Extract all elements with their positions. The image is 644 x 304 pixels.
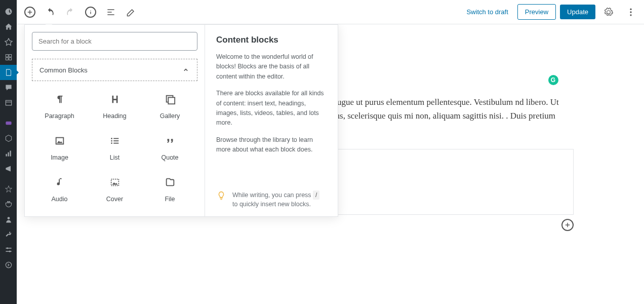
svg-point-13	[630, 11, 631, 13]
svg-point-12	[630, 8, 631, 10]
nav-dashboard[interactable]	[0, 4, 17, 19]
editor-toolbar: Switch to draft Preview Update	[17, 0, 644, 24]
svg-point-6	[7, 217, 10, 219]
switch-to-draft-link[interactable]: Switch to draft	[461, 8, 513, 16]
editor-canvas: G agna metus, dignissim egestas est dapi…	[17, 24, 644, 304]
block-cover[interactable]: Cover	[87, 168, 142, 209]
settings-button[interactable]	[599, 3, 618, 21]
svg-rect-16	[168, 97, 175, 104]
admin-sidebar	[0, 0, 17, 304]
nav-marketing[interactable]	[0, 161, 17, 176]
cover-icon	[109, 176, 120, 188]
more-button[interactable]	[622, 3, 640, 21]
block-paragraph[interactable]: Paragraph	[32, 85, 87, 127]
svg-point-14	[630, 14, 631, 16]
svg-rect-23	[113, 143, 118, 144]
nav-comments[interactable]	[0, 80, 17, 95]
update-button[interactable]: Update	[560, 5, 595, 19]
nav-users[interactable]	[0, 212, 17, 227]
block-quote[interactable]: Quote	[142, 127, 197, 168]
nav-plugins[interactable]	[0, 197, 17, 212]
svg-rect-5	[10, 150, 11, 156]
nav-feedback[interactable]	[0, 95, 17, 110]
inserter-tip: While writing, you can press / to quickl…	[216, 191, 327, 210]
nav-appearance[interactable]	[0, 181, 17, 197]
gallery-icon	[165, 93, 176, 105]
block-audio[interactable]: Audio	[32, 168, 87, 209]
block-image[interactable]: Image	[32, 127, 87, 168]
inserter-info-p1: Welcome to the wonderful world of blocks…	[216, 52, 327, 82]
block-heading[interactable]: Heading	[87, 85, 142, 127]
svg-rect-22	[113, 140, 118, 141]
info-button[interactable]	[85, 7, 96, 18]
undo-button[interactable]	[41, 3, 59, 21]
block-gallery[interactable]: Gallery	[142, 85, 197, 127]
paragraph-icon	[54, 93, 65, 105]
block-file[interactable]: File	[142, 168, 197, 209]
edit-button[interactable]	[122, 3, 140, 21]
nav-posts[interactable]	[0, 34, 17, 50]
inserter-info-p2: There are blocks available for all kinds…	[216, 89, 327, 128]
list-icon	[109, 135, 120, 147]
nav-media[interactable]	[0, 50, 17, 65]
inserter-info-title: Content blocks	[216, 35, 327, 45]
nav-tools[interactable]	[0, 227, 17, 242]
svg-point-20	[111, 142, 112, 144]
svg-rect-3	[6, 154, 7, 157]
nav-pages[interactable]	[0, 65, 17, 80]
add-block-button[interactable]	[24, 7, 35, 18]
nav-home[interactable]	[0, 19, 17, 34]
file-icon	[165, 176, 176, 188]
grammarly-badge[interactable]: G	[548, 75, 558, 85]
svg-point-19	[111, 140, 112, 142]
block-inserter-popover: Common Blocks Paragraph Heading	[24, 24, 338, 217]
svg-point-10	[9, 251, 10, 252]
block-list[interactable]: List	[87, 127, 142, 168]
block-search-input[interactable]	[32, 32, 197, 51]
redo-button	[61, 3, 79, 21]
nav-products[interactable]	[0, 131, 17, 146]
category-label: Common Blocks	[39, 66, 88, 74]
nav-analytics[interactable]	[0, 146, 17, 161]
svg-point-9	[7, 247, 8, 249]
svg-point-18	[111, 138, 112, 139]
chevron-up-icon	[182, 66, 190, 74]
inserter-info-p3: Browse through the library to learn more…	[216, 135, 327, 155]
heading-icon	[109, 93, 120, 105]
outline-button[interactable]	[102, 3, 120, 21]
quote-icon	[165, 135, 176, 147]
slash-key: /	[313, 191, 319, 200]
category-common-blocks[interactable]: Common Blocks	[32, 59, 197, 81]
nav-collapse[interactable]	[0, 257, 17, 273]
audio-icon	[54, 176, 65, 188]
image-icon	[54, 135, 65, 147]
svg-rect-21	[113, 138, 118, 139]
nav-settings[interactable]	[0, 242, 17, 257]
svg-rect-2	[6, 122, 11, 125]
nav-woo[interactable]	[0, 116, 17, 131]
svg-rect-4	[8, 153, 9, 157]
add-block-after-button[interactable]	[561, 219, 574, 231]
preview-button[interactable]: Preview	[517, 4, 556, 20]
lightbulb-icon	[216, 191, 226, 202]
svg-rect-0	[6, 100, 11, 105]
